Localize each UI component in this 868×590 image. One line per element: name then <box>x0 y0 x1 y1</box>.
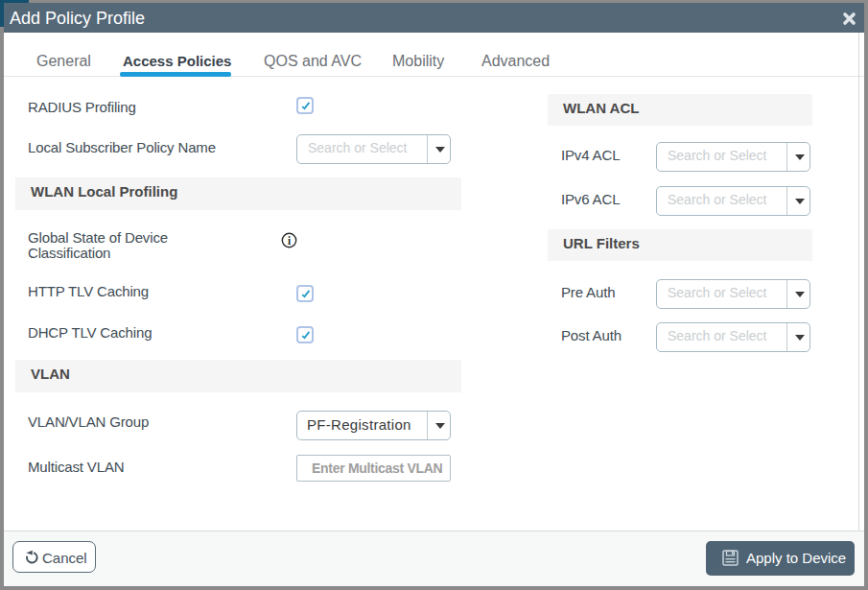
svg-text:i: i <box>288 235 292 247</box>
